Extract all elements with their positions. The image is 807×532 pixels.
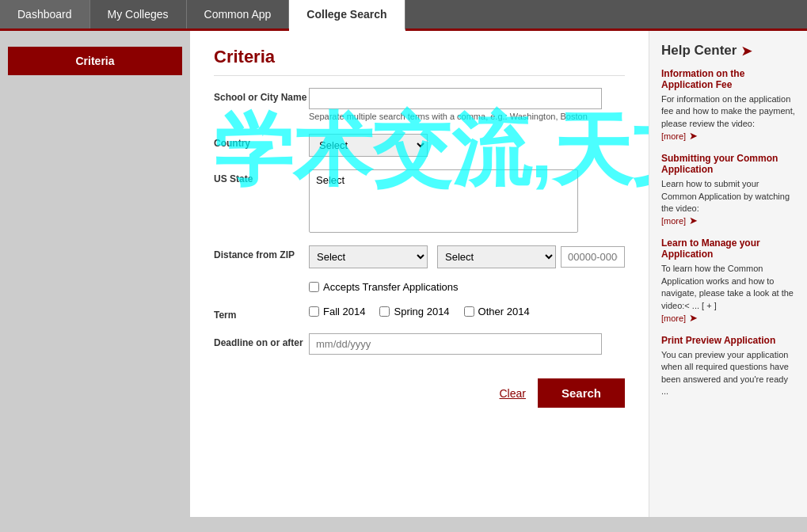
criteria-title: Criteria <box>214 47 625 76</box>
tab-dashboard[interactable]: Dashboard <box>0 0 90 28</box>
transfer-row: Accepts Transfer Applications <box>214 281 625 293</box>
term-fall-label: Fall 2014 <box>323 306 365 317</box>
help-section-app-fee: Information on the Application Fee For i… <box>661 68 795 142</box>
term-fall-checkbox[interactable] <box>309 306 319 317</box>
deadline-row: Deadline on or after <box>214 333 625 355</box>
term-options: Fall 2014 Spring 2014 Other 2014 <box>309 306 625 317</box>
right-sidebar: Help Center ➤ Information on the Applica… <box>649 31 807 517</box>
us-state-select[interactable]: Select <box>309 169 578 233</box>
help-submit-more-arrow: ➤ <box>689 215 698 226</box>
help-section-submit-title: Submitting your Common Application <box>661 153 795 175</box>
us-state-row: US State Select <box>214 169 625 233</box>
tab-college-search[interactable]: College Search <box>289 0 405 31</box>
help-section-app-fee-text: For information on the application fee a… <box>661 93 795 130</box>
term-other-label: Other 2014 <box>478 306 530 317</box>
help-section-print-text: You can preview your application when al… <box>661 349 795 398</box>
school-city-label: School or City Name <box>214 88 309 103</box>
help-app-fee-more[interactable]: [more] <box>661 131 686 141</box>
help-section-app-fee-title: Information on the Application Fee <box>661 68 795 90</box>
help-app-fee-more-arrow: ➤ <box>689 130 698 142</box>
us-state-option: Select <box>316 174 571 187</box>
main-layout: Criteria Criteria 学术交流,天文学术 School or Ci… <box>0 31 807 517</box>
us-state-control: Select <box>309 169 625 233</box>
help-title-text: Help Center <box>661 43 737 59</box>
country-select[interactable]: Select <box>309 134 428 157</box>
school-city-control: Separate multiple search terms with a co… <box>309 88 625 121</box>
school-city-row: School or City Name Separate multiple se… <box>214 88 625 121</box>
deadline-control <box>309 333 625 355</box>
term-other-option: Other 2014 <box>464 306 530 317</box>
help-section-manage-text: To learn how the Common Application work… <box>661 263 795 312</box>
help-section-manage-title: Learn to Manage your Application <box>661 238 795 260</box>
term-control: Fall 2014 Spring 2014 Other 2014 <box>309 306 625 317</box>
school-city-input[interactable] <box>309 88 602 109</box>
term-fall-option: Fall 2014 <box>309 306 365 317</box>
help-arrow-icon: ➤ <box>741 44 752 59</box>
help-manage-more-arrow: ➤ <box>689 312 698 324</box>
term-spring-option: Spring 2014 <box>379 306 449 317</box>
center-content: Criteria 学术交流,天文学术 School or City Name S… <box>190 31 649 517</box>
transfer-label: Accepts Transfer Applications <box>323 281 459 293</box>
country-label: Country <box>214 134 309 149</box>
deadline-input[interactable] <box>309 333 602 355</box>
help-submit-more[interactable]: [more] <box>661 216 686 226</box>
top-navigation: Dashboard My Colleges Common App College… <box>0 0 807 31</box>
distance-control: Select Select <box>309 245 625 268</box>
term-label: Term <box>214 306 309 321</box>
country-row: Country Select <box>214 134 625 157</box>
zip-input[interactable] <box>561 246 625 268</box>
tab-common-app[interactable]: Common App <box>187 0 290 28</box>
distance-select-2[interactable]: Select <box>437 245 556 268</box>
term-spring-label: Spring 2014 <box>394 306 449 317</box>
form-actions: Clear Search <box>214 370 625 408</box>
term-other-checkbox[interactable] <box>464 306 474 317</box>
distance-zip-row: Distance from ZIP Select Select <box>214 245 625 268</box>
left-sidebar: Criteria <box>0 31 190 517</box>
help-title: Help Center ➤ <box>661 43 795 59</box>
term-spring-checkbox[interactable] <box>379 306 390 317</box>
country-control: Select <box>309 134 625 157</box>
deadline-label: Deadline on or after <box>214 333 309 348</box>
help-manage-more[interactable]: [more] <box>661 314 686 323</box>
us-state-label: US State <box>214 169 309 184</box>
help-section-submit-app: Submitting your Common Application Learn… <box>661 153 795 226</box>
tab-my-colleges[interactable]: My Colleges <box>90 0 187 28</box>
distance-label: Distance from ZIP <box>214 245 309 260</box>
school-city-hint: Separate multiple search terms with a co… <box>309 112 625 121</box>
clear-button[interactable]: Clear <box>499 387 525 400</box>
help-section-manage-app: Learn to Manage your Application To lear… <box>661 238 795 324</box>
term-row: Term Fall 2014 Spring 2014 Other 2014 <box>214 306 625 321</box>
search-button[interactable]: Search <box>538 378 625 408</box>
help-section-print-title: Print Preview Application <box>661 335 795 346</box>
distance-select-1[interactable]: Select <box>309 245 428 268</box>
help-section-print-preview: Print Preview Application You can previe… <box>661 335 795 398</box>
help-section-submit-text: Learn how to submit your Common Applicat… <box>661 178 795 215</box>
distance-inputs: Select Select <box>309 245 625 268</box>
criteria-button[interactable]: Criteria <box>8 47 182 75</box>
transfer-checkbox[interactable] <box>309 282 319 292</box>
